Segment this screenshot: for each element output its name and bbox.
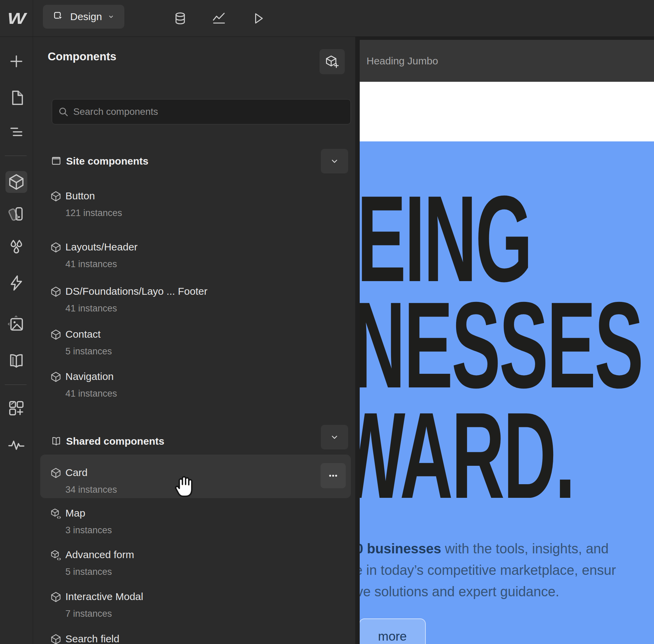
component-list-item-button[interactable]: Button121 instances: [33, 185, 355, 224]
toolbar-divider: [5, 155, 27, 156]
webflow-logo[interactable]: W: [0, 0, 33, 36]
ellipsis-icon: [326, 469, 340, 482]
styles-icon: [7, 204, 26, 224]
component-name: Advanced form: [65, 549, 134, 561]
component-list-item-layouts-header[interactable]: Layouts/Header41 instances: [33, 236, 355, 275]
paragraph-bold-fragment: 0 businesses: [360, 541, 441, 556]
toolbar-item-add[interactable]: [5, 50, 27, 72]
paragraph-fragment: with the tools, insights, and: [441, 541, 608, 556]
toolbar-item-components[interactable]: [5, 171, 27, 193]
analytics-button[interactable]: [211, 10, 227, 27]
component-list-item-contact[interactable]: Contact5 instances: [33, 323, 355, 363]
component-instance-count: 121 instances: [65, 208, 122, 218]
toolbar-item-interactions[interactable]: [5, 272, 27, 294]
toolbar-item-navigator[interactable]: [5, 121, 27, 143]
chevron-down-icon: [107, 12, 115, 21]
cube-icon: [50, 328, 62, 341]
cube-icon: [50, 633, 62, 644]
design-canvas: Heading Jumbo EING NESSES WARD. 0 busine…: [355, 36, 654, 644]
cube-icon: [50, 190, 62, 202]
pages-icon: [7, 88, 26, 107]
card-options-button[interactable]: [321, 463, 346, 488]
hero-heading-line: WARD.: [360, 394, 574, 517]
cms-database-button[interactable]: [172, 10, 188, 27]
cube-icon: [50, 467, 62, 479]
components-icon: [7, 172, 26, 191]
paragraph-fragment: e in today’s competitive marketplace, en…: [360, 559, 616, 581]
components-panel: Components Site components Shared compon…: [33, 36, 356, 644]
component-name: Search field: [65, 633, 119, 644]
component-name: Card: [65, 467, 88, 478]
button-label: more: [378, 629, 407, 644]
toolbar-item-pages[interactable]: [5, 87, 27, 109]
component-instance-count: 3 instances: [65, 525, 112, 536]
cube-icon: [50, 591, 62, 603]
breadcrumb-label: Heading Jumbo: [367, 40, 438, 82]
assets-icon: [7, 315, 26, 334]
paragraph-fragment: ve solutions and expert guidance.: [360, 581, 616, 602]
component-list: Button121 instancesLayouts/Header41 inst…: [33, 36, 355, 644]
cube-icon: [50, 241, 62, 254]
toolbar-item-apps[interactable]: [5, 397, 27, 419]
hand-cursor-icon: [172, 473, 196, 499]
component-list-item-advanced-form[interactable]: Advanced form5 instances: [33, 543, 355, 583]
cube-code-icon: [50, 549, 62, 561]
database-icon: [172, 11, 188, 26]
component-name: Contact: [65, 328, 100, 340]
component-list-item-navigation[interactable]: Navigation41 instances: [33, 365, 355, 405]
toolbar-divider: [5, 384, 27, 385]
mode-label: Design: [70, 11, 102, 22]
component-instance-count: 41 instances: [65, 303, 117, 314]
preview-button[interactable]: [250, 10, 266, 27]
webflow-logo-glyph: W: [7, 9, 25, 28]
page-preview: EING NESSES WARD. 0 businesses with the …: [360, 82, 654, 644]
toolbar-item-libraries[interactable]: [5, 350, 27, 371]
toolbar-item-variables[interactable]: [5, 236, 27, 258]
cube-code-icon: [50, 507, 62, 520]
component-name: Interactive Modal: [65, 591, 143, 602]
component-instance-count: 7 instances: [65, 609, 112, 619]
learn-more-button[interactable]: more: [360, 618, 426, 644]
component-list-item-map[interactable]: Map3 instances: [33, 502, 355, 541]
variables-icon: [7, 238, 26, 257]
component-instance-count: 41 instances: [65, 259, 117, 270]
libraries-icon: [7, 351, 26, 370]
component-instance-count: 34 instances: [65, 485, 117, 495]
toolbar-item-styles[interactable]: [5, 203, 27, 225]
component-list-item-search-field[interactable]: Search field: [33, 628, 355, 644]
canvas-breadcrumb: Heading Jumbo: [360, 40, 654, 82]
cube-icon: [50, 286, 62, 298]
component-name: Layouts/Header: [65, 241, 138, 253]
mode-switcher-design[interactable]: Design: [43, 5, 124, 29]
component-name: Map: [65, 507, 85, 519]
toolbar-item-audit[interactable]: [5, 432, 27, 454]
navigator-icon: [7, 122, 26, 141]
toolbar-item-assets[interactable]: [5, 313, 27, 335]
hero-paragraph: 0 businesses with the tools, insights, a…: [360, 538, 616, 602]
left-toolbar: [0, 36, 33, 644]
component-instance-count: 5 instances: [65, 346, 112, 357]
select-cursor-icon: [52, 10, 65, 24]
topbar-tools: [172, 0, 266, 36]
audit-icon: [7, 434, 26, 453]
component-list-item-interactive-modal[interactable]: Interactive Modal7 instances: [33, 585, 355, 625]
component-name: Button: [65, 190, 95, 202]
add-icon: [7, 52, 26, 71]
component-list-item-ds-foundations-layo-footer[interactable]: DS/Foundations/Layo ... Footer41 instanc…: [33, 280, 355, 320]
cube-icon: [50, 371, 62, 383]
component-name: Navigation: [65, 371, 114, 382]
component-instance-count: 41 instances: [65, 388, 117, 399]
interactions-icon: [7, 274, 26, 293]
top-bar: W Design: [0, 0, 654, 37]
apps-icon: [7, 399, 26, 418]
component-instance-count: 5 instances: [65, 567, 112, 577]
play-icon: [250, 11, 266, 26]
analytics-icon: [211, 11, 227, 26]
component-name: DS/Foundations/Layo ... Footer: [65, 286, 207, 297]
